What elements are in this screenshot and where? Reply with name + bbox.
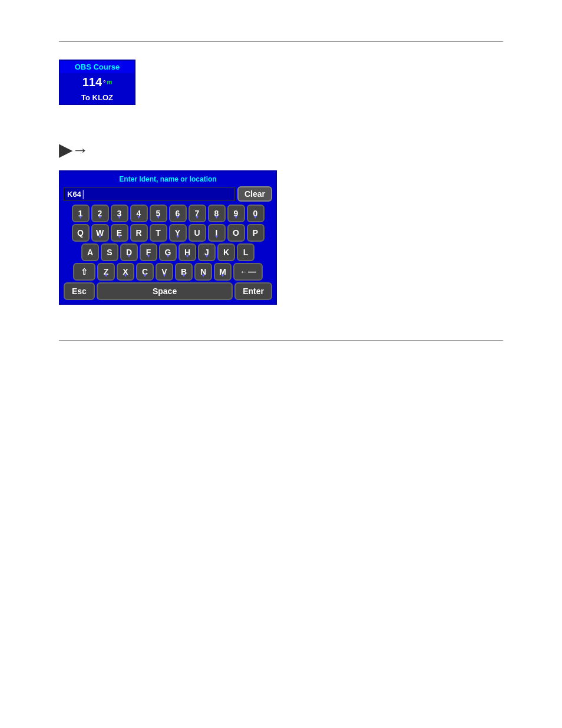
key-i[interactable]: I▼ (208, 224, 226, 242)
key-t[interactable]: T (150, 224, 167, 242)
key-r[interactable]: R (130, 224, 148, 242)
input-row: K64│ Clear (64, 186, 272, 202)
key-c[interactable]: C▼ (136, 263, 154, 281)
key-u[interactable]: U (189, 224, 206, 242)
key-e[interactable]: E▼ (111, 224, 128, 242)
key-9[interactable]: 9▼ (227, 205, 245, 222)
key-k[interactable]: K (217, 243, 235, 261)
qwerty-row: Q W▼ E▼ R T Y▼ U I▼ O P (64, 224, 272, 242)
bottom-row: Esc Space Enter (64, 282, 272, 300)
key-s[interactable]: S (101, 243, 118, 261)
backspace-key[interactable]: ←— (233, 263, 263, 281)
obs-course-panel: OBS Course 114°m To KLOZ (59, 60, 135, 105)
bottom-section (0, 341, 562, 370)
input-value: K64 (67, 190, 81, 199)
key-b[interactable]: B▼ (175, 263, 193, 281)
key-5[interactable]: 5▼ (150, 205, 167, 222)
zxcv-row: ⇧ Z▼ X▼ C▼ V▼ B▼ N▼ M▼ ←— (64, 263, 272, 281)
key-0[interactable]: 0▼ (247, 205, 265, 222)
right-arrow-icon: ▶→ (59, 140, 88, 160)
keyboard-panel: Enter Ident, name or location K64│ Clear… (59, 170, 277, 305)
key-f[interactable]: F▼ (140, 243, 157, 261)
key-x[interactable]: X▼ (117, 263, 134, 281)
key-3[interactable]: 3▼ (111, 205, 128, 222)
key-l[interactable]: L (237, 243, 254, 261)
key-2[interactable]: 2▼ (91, 205, 109, 222)
key-8[interactable]: 8▼ (208, 205, 226, 222)
arrow-section: ▶→ Enter Ident, name or location K64│ Cl… (0, 117, 562, 317)
key-o[interactable]: O (227, 224, 245, 242)
obs-panel-title: OBS Course (60, 61, 134, 73)
esc-key[interactable]: Esc (64, 282, 95, 300)
keyboard-header: Enter Ident, name or location (64, 175, 272, 183)
key-h[interactable]: H▼ (178, 243, 196, 261)
key-a[interactable]: A (81, 243, 99, 261)
mag-symbol: m (107, 79, 112, 85)
key-m[interactable]: M▼ (214, 263, 232, 281)
key-g[interactable]: G▼ (159, 243, 177, 261)
key-v[interactable]: V▼ (156, 263, 173, 281)
page-container: OBS Course 114°m To KLOZ ▶→ Enter Ident,… (0, 0, 562, 728)
shift-key[interactable]: ⇧ (73, 263, 95, 281)
obs-course-value: 114°m (60, 73, 134, 91)
key-y[interactable]: Y▼ (169, 224, 187, 242)
degree-symbol: ° (103, 79, 105, 86)
arrow-icon-container: ▶→ (59, 140, 503, 160)
asdf-row: A S D▼ F▼ G▼ H▼ J▼ K L (64, 243, 272, 261)
key-n[interactable]: N▼ (194, 263, 212, 281)
obs-course-number: 114 (82, 75, 102, 89)
key-w[interactable]: W▼ (91, 224, 109, 242)
key-1[interactable]: 1▼ (72, 205, 90, 222)
key-4[interactable]: 4▼ (130, 205, 148, 222)
bottom-divider-section (0, 317, 562, 341)
middle-section: OBS Course 114°m To KLOZ (0, 42, 562, 117)
key-j[interactable]: J▼ (198, 243, 216, 261)
key-p[interactable]: P (247, 224, 265, 242)
number-row: 1▼ 2▼ 3▼ 4▼ 5▼ 6▼ 7▼ 8▼ 9▼ 0▼ (64, 205, 272, 222)
key-d[interactable]: D▼ (120, 243, 138, 261)
space-key[interactable]: Space (97, 282, 233, 300)
top-section (0, 12, 562, 41)
key-z[interactable]: Z▼ (97, 263, 115, 281)
obs-destination: To KLOZ (60, 91, 134, 104)
key-q[interactable]: Q (72, 224, 90, 242)
key-7[interactable]: 7▼ (189, 205, 206, 222)
enter-key[interactable]: Enter (234, 282, 272, 300)
keyboard-input-field[interactable]: K64│ (64, 187, 235, 201)
clear-button[interactable]: Clear (237, 186, 272, 202)
key-6[interactable]: 6▼ (169, 205, 187, 222)
